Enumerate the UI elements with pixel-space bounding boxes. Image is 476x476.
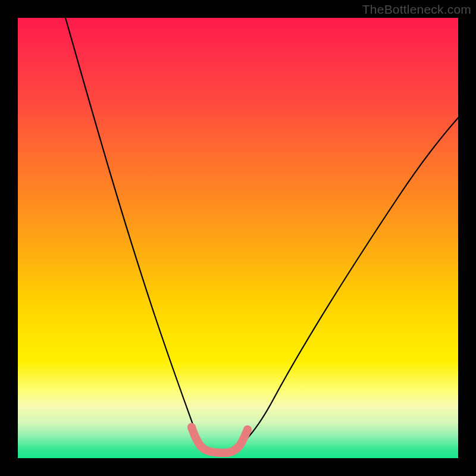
left-curve (65, 18, 208, 451)
optimal-band-highlight (192, 427, 248, 453)
curve-layer (18, 18, 458, 458)
plot-area (18, 18, 458, 458)
right-curve (232, 118, 458, 450)
chart-frame: TheBottleneck.com (0, 0, 476, 476)
highlight-dot-left (187, 423, 196, 431)
watermark-text: TheBottleneck.com (362, 2, 471, 17)
highlight-dot-right (243, 425, 252, 434)
